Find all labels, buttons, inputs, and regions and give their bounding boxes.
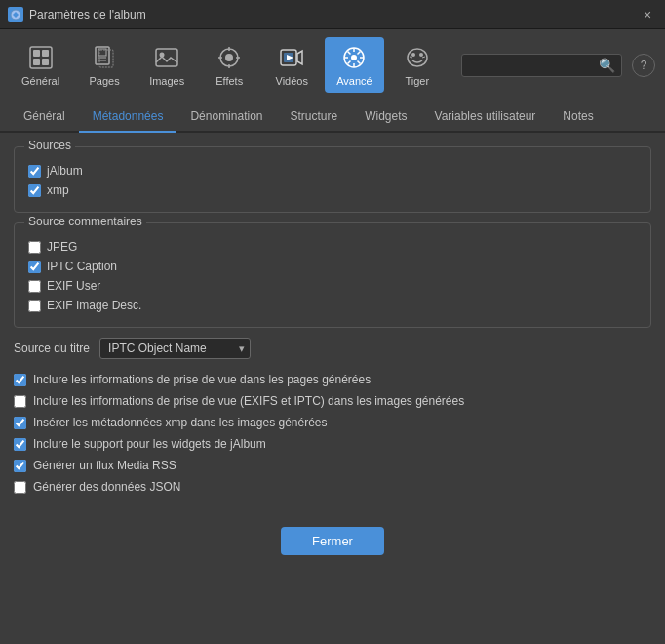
svg-point-14 (225, 54, 233, 61)
checkbox-xmp: xmp (28, 181, 637, 200)
main-content: Sources jAlbum xmp Source commentaires J… (0, 133, 665, 511)
checkbox-exif-image-desc: EXIF Image Desc. (28, 296, 637, 315)
search-box: 🔍 (461, 54, 622, 77)
checkbox-jalbum: jAlbum (28, 161, 637, 181)
option-row-6: Générer des données JSON (14, 476, 651, 498)
sources-group: Sources jAlbum xmp (14, 146, 651, 213)
toolbar-item-effets[interactable]: Effets (200, 37, 258, 93)
checkbox-xmp-input[interactable] (28, 184, 41, 197)
toolbar-label-effets: Effets (215, 75, 243, 87)
svg-rect-4 (33, 59, 40, 65)
tab-variables[interactable]: Variables utilisateur (421, 101, 550, 133)
option-1-label: Inclure les informations de prise de vue… (33, 373, 371, 386)
toolbar-label-images: Images (149, 75, 184, 87)
tab-notes[interactable]: Notes (549, 101, 606, 133)
svg-point-24 (351, 55, 357, 60)
general-icon (26, 43, 56, 72)
toolbar-label-avance: Avancé (336, 75, 372, 87)
option-1-checkbox[interactable] (14, 374, 26, 386)
tab-denomination[interactable]: Dénomination (176, 101, 276, 133)
option-6-checkbox[interactable] (14, 481, 26, 494)
checkbox-jalbum-label: jAlbum (47, 164, 83, 178)
toolbar-label-general: Général (21, 75, 59, 87)
checkbox-jpeg-input[interactable] (28, 241, 41, 254)
title-bar: Paramètres de l'album × (0, 0, 665, 29)
option-row-1: Inclure les informations de prise de vue… (14, 369, 651, 390)
option-4-checkbox[interactable] (14, 438, 26, 451)
checkbox-exif-image-desc-input[interactable] (28, 300, 41, 312)
toolbar-item-pages[interactable]: Pages (75, 37, 134, 93)
toolbar-item-avance[interactable]: Avancé (325, 37, 384, 93)
option-row-2: Inclure les informations de prise de vue… (14, 390, 651, 412)
tab-metadonnees[interactable]: Métadonnées (79, 101, 177, 133)
svg-rect-11 (156, 49, 177, 66)
toolbar-item-images[interactable]: Images (137, 37, 196, 93)
effets-icon (215, 43, 244, 72)
close-dialog-button[interactable]: Fermer (281, 527, 384, 555)
option-row-3: Insérer les métadonnées xmp dans les ima… (14, 412, 651, 433)
images-icon (152, 43, 181, 72)
option-4-label: Inclure le support pour les widgets de j… (33, 437, 266, 451)
checkbox-iptc-caption-input[interactable] (28, 261, 41, 273)
source-titre-select[interactable]: IPTC Object Name EXIF Filename (99, 338, 251, 359)
svg-line-29 (422, 57, 425, 58)
option-row-4: Inclure le support pour les widgets de j… (14, 433, 651, 455)
option-5-checkbox[interactable] (14, 460, 26, 472)
source-titre-row: Source du titre IPTC Object Name EXIF Fi… (14, 338, 651, 359)
toolbar-item-tiger[interactable]: Tiger (388, 37, 447, 93)
videos-icon (277, 43, 306, 72)
source-titre-label: Source du titre (14, 342, 90, 355)
toolbar-label-pages: Pages (90, 75, 120, 87)
close-button[interactable]: × (638, 5, 657, 24)
source-commentaires-title: Source commentaires (24, 215, 146, 228)
svg-marker-20 (297, 51, 302, 64)
toolbar-item-general[interactable]: Général (10, 37, 71, 93)
svg-point-26 (411, 53, 415, 57)
tiger-icon (403, 43, 432, 72)
svg-point-27 (419, 53, 423, 57)
svg-rect-2 (33, 50, 40, 57)
app-icon (8, 7, 23, 22)
toolbar-label-videos: Vidéos (276, 75, 308, 87)
title-bar-left: Paramètres de l'album (8, 7, 146, 22)
option-3-checkbox[interactable] (14, 417, 26, 429)
svg-point-25 (408, 49, 427, 66)
option-3-label: Insérer les métadonnées xmp dans les ima… (33, 416, 328, 429)
option-2-checkbox[interactable] (14, 395, 26, 408)
option-6-label: Générer des données JSON (33, 480, 180, 494)
option-5-label: Générer un flux Media RSS (33, 459, 176, 472)
options-section: Inclure les informations de prise de vue… (14, 369, 651, 498)
tab-general[interactable]: Général (10, 101, 79, 133)
search-input[interactable] (468, 59, 595, 72)
option-2-label: Inclure les informations de prise de vue… (33, 394, 464, 408)
toolbar-label-tiger: Tiger (405, 75, 429, 87)
window-title: Paramètres de l'album (29, 8, 146, 21)
checkbox-exif-image-desc-label: EXIF Image Desc. (47, 299, 141, 312)
help-button[interactable]: ? (632, 54, 655, 77)
source-titre-select-wrapper: IPTC Object Name EXIF Filename (99, 338, 251, 359)
tab-structure[interactable]: Structure (276, 101, 351, 133)
svg-line-28 (410, 57, 412, 58)
svg-rect-3 (42, 50, 49, 57)
sources-group-title: Sources (24, 139, 75, 152)
checkbox-jpeg-label: JPEG (47, 240, 77, 254)
search-icon: 🔍 (599, 58, 615, 73)
tab-widgets[interactable]: Widgets (351, 101, 420, 133)
checkbox-exif-user-label: EXIF User (47, 279, 100, 293)
avance-icon (339, 43, 369, 72)
svg-rect-5 (42, 59, 49, 65)
checkbox-exif-user-input[interactable] (28, 280, 41, 293)
source-commentaires-group: Source commentaires JPEG IPTC Caption EX… (14, 222, 651, 328)
toolbar: Général Pages Images (0, 29, 665, 101)
footer: Fermer (0, 511, 665, 565)
checkbox-iptc-caption-label: IPTC Caption (47, 260, 117, 273)
toolbar-item-videos[interactable]: Vidéos (262, 37, 321, 93)
checkbox-exif-user: EXIF User (28, 276, 637, 296)
option-row-5: Générer un flux Media RSS (14, 455, 651, 476)
checkbox-jalbum-input[interactable] (28, 165, 41, 178)
checkbox-xmp-label: xmp (47, 183, 69, 197)
pages-icon (90, 43, 119, 72)
checkbox-iptc-caption: IPTC Caption (28, 257, 637, 276)
tabs-row: Général Métadonnées Dénomination Structu… (0, 101, 665, 133)
checkbox-jpeg: JPEG (28, 237, 637, 257)
